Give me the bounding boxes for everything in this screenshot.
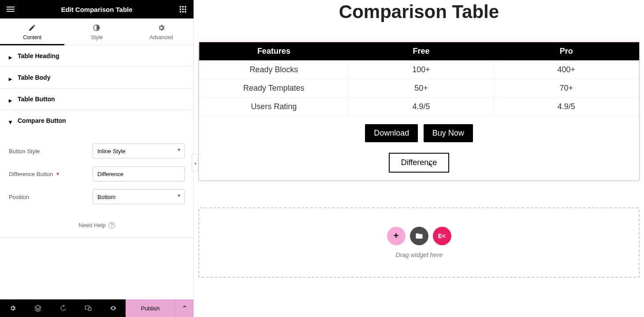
publish-label: Publish (141, 305, 160, 312)
plus-icon: + (394, 231, 399, 241)
button-style-select[interactable]: Inline Style (93, 144, 185, 158)
button-style-label: Button Style (9, 148, 93, 155)
chevron-down-icon: ▾ (9, 118, 13, 123)
cell: 50+ (349, 79, 494, 97)
svg-rect-1 (7, 9, 15, 10)
col-pro: Pro (494, 42, 639, 61)
dynamic-icon[interactable]: ✦ (56, 171, 60, 177)
buy-now-button[interactable]: Buy Now (424, 124, 473, 142)
history-button[interactable] (50, 299, 75, 317)
table-row: Users Rating 4.9/5 4.9/5 (199, 97, 639, 116)
tab-content-label: Content (23, 34, 41, 41)
cell: 400+ (494, 60, 639, 79)
svg-rect-6 (180, 8, 181, 10)
sidebar-header: Edit Comparison Table (0, 0, 194, 18)
page-title: Comparison Table (198, 0, 640, 24)
compare-button-body: Button Style Inline Style Difference But… (0, 131, 194, 237)
help-icon: ? (108, 222, 115, 229)
publish-options-button[interactable]: ⌃ (175, 299, 194, 317)
download-button[interactable]: Download (365, 124, 418, 142)
publish-button[interactable]: Publish (126, 299, 175, 317)
apps-icon[interactable] (179, 5, 187, 14)
settings-button[interactable] (0, 299, 25, 317)
difference-button[interactable]: Difference (389, 153, 450, 173)
sidebar-footer: Publish ⌃ (0, 299, 194, 317)
svg-rect-4 (182, 6, 183, 7)
navigator-button[interactable] (25, 299, 50, 317)
add-section-button[interactable]: + (387, 227, 406, 245)
gear-icon (9, 305, 16, 312)
table-buttons-row: Download Buy Now (199, 116, 639, 147)
tab-style-label: Style (91, 34, 103, 41)
eye-icon (110, 305, 117, 312)
devices-icon (85, 305, 92, 312)
section-table-button[interactable]: ▸ Table Button (0, 88, 194, 110)
comparison-table-widget[interactable]: Features Free Pro Ready Blocks 100+ 400+… (198, 42, 640, 181)
section-compare-button[interactable]: ▾ Compare Button (0, 110, 194, 131)
folder-icon (415, 232, 423, 240)
cell: 100+ (349, 60, 494, 79)
svg-rect-3 (180, 6, 181, 7)
preview-button[interactable] (101, 299, 126, 317)
pencil-icon (28, 24, 36, 32)
col-features: Features (199, 42, 349, 61)
cursor-icon: ↖ (428, 162, 433, 169)
svg-rect-8 (185, 8, 186, 10)
contrast-icon (93, 24, 101, 32)
section-table-heading-label: Table Heading (18, 52, 60, 59)
tab-advanced[interactable]: Advanced (129, 18, 194, 45)
chevron-right-icon: ▸ (9, 75, 13, 80)
responsive-button[interactable] (75, 299, 101, 317)
comparison-table: Features Free Pro Ready Blocks 100+ 400+… (199, 42, 639, 116)
difference-button-input[interactable] (93, 166, 185, 181)
cell: Ready Blocks (199, 60, 349, 79)
gear-icon (157, 24, 165, 32)
sidebar-title: Edit Comparison Table (15, 6, 179, 13)
svg-rect-14 (89, 307, 91, 310)
need-help-label: Need Help (78, 222, 105, 229)
section-table-body[interactable]: ▸ Table Body (0, 67, 194, 88)
chevron-up-icon: ⌃ (182, 304, 187, 313)
svg-rect-10 (182, 11, 183, 12)
position-label: Position (9, 194, 93, 200)
svg-rect-11 (185, 11, 186, 12)
need-help-link[interactable]: Need Help ? (9, 222, 185, 229)
svg-rect-0 (7, 7, 15, 7)
collapse-sidebar-button[interactable]: ◂ (192, 154, 198, 172)
svg-rect-2 (7, 11, 15, 12)
editor-sidebar: Edit Comparison Table Content Style Ad (0, 0, 194, 317)
col-free: Free (349, 42, 494, 61)
cell: Users Rating (199, 97, 349, 116)
cell: Ready Templates (199, 79, 349, 97)
widget-dropzone[interactable]: + E< Drag widget here (198, 207, 640, 278)
elements-kit-button[interactable]: E< (433, 227, 451, 245)
preview-canvas: Comparison Table Features Free Pro Ready… (194, 0, 644, 317)
cell: 70+ (494, 79, 639, 97)
section-table-heading[interactable]: ▸ Table Heading (0, 45, 194, 66)
tab-style[interactable]: Style (64, 18, 129, 45)
svg-rect-5 (185, 6, 186, 7)
section-compare-button-label: Compare Button (18, 117, 66, 124)
cell: 4.9/5 (494, 97, 639, 116)
chevron-right-icon: ▸ (9, 54, 13, 58)
tab-content[interactable]: Content (0, 18, 64, 45)
section-table-body-label: Table Body (18, 74, 50, 81)
dropzone-hint: Drag widget here (395, 251, 443, 258)
chevron-right-icon: ▸ (9, 97, 13, 101)
kit-icon: E< (438, 232, 446, 240)
difference-button-label: Difference Button (9, 171, 53, 177)
history-icon (60, 305, 67, 312)
table-row: Ready Blocks 100+ 400+ (199, 60, 639, 79)
editor-tabs: Content Style Advanced (0, 18, 194, 45)
svg-rect-7 (182, 8, 183, 10)
position-select[interactable]: Bottom (93, 189, 185, 204)
tab-advanced-label: Advanced (149, 34, 173, 41)
cell: 4.9/5 (349, 97, 494, 116)
template-library-button[interactable] (410, 227, 428, 245)
sections-list: ▸ Table Heading ▸ Table Body ▸ Table But… (0, 45, 194, 299)
svg-rect-9 (180, 11, 181, 12)
chevron-left-icon: ◂ (194, 161, 196, 166)
layers-icon (34, 305, 41, 312)
table-row: Ready Templates 50+ 70+ (199, 79, 639, 97)
menu-icon[interactable] (6, 5, 15, 14)
